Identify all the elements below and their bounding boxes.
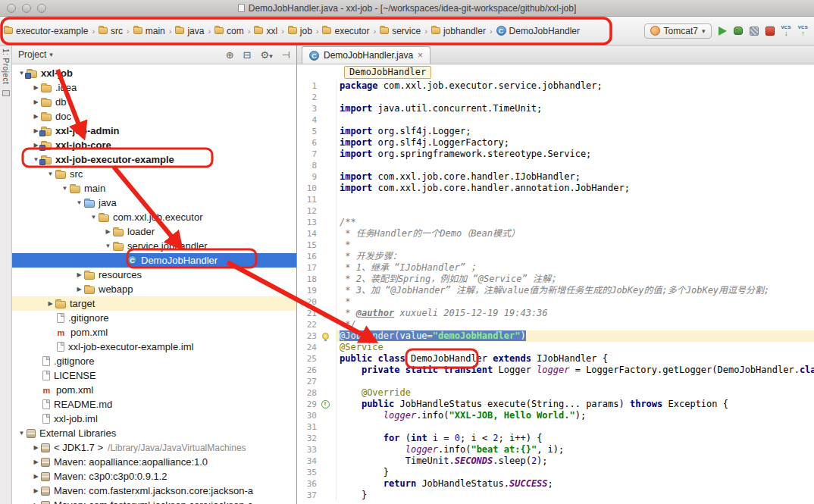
chevron-collapsed-icon[interactable]: ▶	[31, 444, 41, 451]
chevron-collapsed-icon[interactable]: ▶	[103, 228, 113, 235]
chevron-expanded-icon[interactable]: ▼	[60, 185, 70, 192]
project-view-dropdown[interactable]: Project ▾	[18, 49, 53, 60]
code-line-11[interactable]: 11	[297, 194, 814, 205]
code-line-28[interactable]: 28 @Override	[297, 387, 814, 399]
chevron-collapsed-icon[interactable]: ▶	[31, 459, 41, 465]
tree-item-gitignore[interactable]: .gitignore	[12, 311, 296, 325]
tree-item-external-libraries[interactable]: ▼External Libraries	[12, 426, 296, 440]
intention-bulb-icon[interactable]	[322, 333, 329, 340]
project-tool-window-button[interactable]: 1: Project	[2, 49, 10, 84]
code-line-35[interactable]: 35 }	[297, 467, 814, 478]
highlighted-symbol-chip[interactable]: DemoJobHandler	[344, 66, 431, 79]
tree-item-doc[interactable]: ▶doc	[12, 109, 296, 124]
code-line-10[interactable]: 10import com.xxl.job.core.handler.annota…	[297, 183, 814, 194]
tree-item-readme-md[interactable]: README.md	[12, 397, 296, 412]
code-line-19[interactable]: 19 * 3、加 “@JobHander” 注解，注解value值为新增任务生成…	[297, 285, 814, 296]
tree-item-java[interactable]: ▼java	[12, 196, 296, 210]
code-line-37[interactable]: 37 }	[297, 490, 814, 501]
tree-item-xxl-job-admin[interactable]: ▶xxl-job-admin	[12, 124, 296, 138]
code-line-27[interactable]: 27	[297, 376, 814, 387]
minimize-window-button[interactable]	[22, 4, 31, 13]
tree-item-db[interactable]: ▶db	[12, 95, 296, 109]
code-line-23[interactable]: 23@JobHander(value="demoJobHandler")	[297, 330, 814, 342]
code-line-31[interactable]: 31	[297, 421, 814, 433]
chevron-expanded-icon[interactable]: ▼	[17, 430, 27, 437]
code-line-9[interactable]: 9import com.xxl.job.core.handler.IJobHan…	[297, 171, 814, 183]
tree-item-maven-com-fasterxml-jackson-core-jackson-c[interactable]: ▶Maven: com.fasterxml.jackson.core:jacks…	[12, 498, 296, 504]
chevron-collapsed-icon[interactable]: ▶	[31, 487, 41, 494]
code-line-25[interactable]: 25public class DemoJobHandler extends IJ…	[297, 353, 814, 365]
code-line-33[interactable]: 33 logger.info("beat at:{}", i);	[297, 444, 814, 455]
tree-item-xxl-job-executor-example-iml[interactable]: xxl-job-executor-example.iml	[12, 340, 296, 354]
breadcrumb-item-src[interactable]: src	[96, 24, 125, 38]
tree-item-pom-xml[interactable]: mpom.xml	[12, 325, 296, 340]
vcs-update-button[interactable]: VCS ↓	[781, 25, 791, 37]
breadcrumb-item-jobhandler[interactable]: jobhandler	[429, 24, 488, 38]
chevron-expanded-icon[interactable]: ▼	[89, 214, 99, 221]
code-line-2[interactable]: 2	[297, 92, 814, 103]
code-line-18[interactable]: 18 * 2、装配到Spring，例如加 “@Service” 注解；	[297, 274, 814, 285]
breadcrumb-item-service[interactable]: service	[377, 24, 423, 38]
code-line-16[interactable]: 16 * 开发步骤：	[297, 251, 814, 262]
override-marker-icon[interactable]: ↑	[321, 400, 330, 409]
code-line-3[interactable]: 3import java.util.concurrent.TimeUnit;	[297, 103, 814, 114]
code-line-29[interactable]: 29↑ public JobHandleStatus execute(Strin…	[297, 399, 814, 410]
code-line-30[interactable]: 30 logger.info("XXL-JOB, Hello World.");	[297, 410, 814, 421]
breadcrumb-item-executor-example[interactable]: executor-example	[2, 24, 90, 38]
close-window-button[interactable]	[7, 4, 16, 13]
tree-item-xxl-job-iml[interactable]: xxl-job.iml	[12, 412, 296, 426]
tree-item-service-jobhandler[interactable]: ▼service.jobhandler	[12, 239, 296, 253]
tree-item-src[interactable]: ▼src	[12, 167, 296, 181]
tree-item-xxl-job-executor-example[interactable]: ▼xxl-job-executor-example	[12, 152, 296, 167]
run-button[interactable]	[719, 27, 727, 36]
tree-item-demojobhandler[interactable]: CDemoJobHandler	[12, 253, 296, 268]
code-line-24[interactable]: 24@Service	[297, 342, 814, 353]
tree-item-main[interactable]: ▼main	[12, 181, 296, 196]
coverage-button[interactable]	[750, 27, 759, 36]
tree-item-xxl-job[interactable]: ▼xxl-job	[12, 66, 296, 80]
code-line-13[interactable]: 13/**	[297, 217, 814, 228]
code-line-20[interactable]: 20 *	[297, 296, 814, 308]
breadcrumb-item-demojobhandler[interactable]: CDemoJobHandler	[494, 24, 582, 38]
breadcrumb-item-job[interactable]: job	[286, 24, 315, 38]
breadcrumb-item-com[interactable]: com	[212, 24, 246, 38]
tree-item-com-xxl-job-executor[interactable]: ▼com.xxl.job.executor	[12, 210, 296, 224]
chevron-collapsed-icon[interactable]: ▶	[31, 84, 41, 91]
chevron-collapsed-icon[interactable]: ▶	[31, 99, 41, 105]
tree-item-gitignore[interactable]: .gitignore	[12, 354, 296, 368]
chevron-expanded-icon[interactable]: ▼	[45, 171, 55, 177]
chevron-expanded-icon[interactable]: ▼	[103, 243, 113, 249]
tree-item-loader[interactable]: ▶loader	[12, 224, 296, 239]
chevron-collapsed-icon[interactable]: ▶	[74, 286, 84, 293]
locate-icon[interactable]: ⊕	[226, 49, 234, 61]
tree-item-pom-xml[interactable]: mpom.xml	[12, 383, 296, 397]
code-line-12[interactable]: 12	[297, 205, 814, 217]
tree-item-maven-c3p0-c3p0-0-9-1-2[interactable]: ▶Maven: c3p0:c3p0:0.9.1.2	[12, 469, 296, 484]
code-line-8[interactable]: 8	[297, 160, 814, 171]
tree-item-target[interactable]: ▶target	[12, 296, 296, 311]
gear-icon[interactable]: ⚙▾	[260, 49, 272, 61]
code-line-5[interactable]: 5import org.slf4j.Logger;	[297, 126, 814, 137]
code-line-6[interactable]: 6import org.slf4j.LoggerFactory;	[297, 137, 814, 149]
code-line-1[interactable]: 1package com.xxl.job.executor.service.jo…	[297, 80, 814, 92]
collapse-all-icon[interactable]: ⊟	[243, 49, 252, 61]
code-line-14[interactable]: 14 * 任务Handler的一个Demo（Bean模式）	[297, 228, 814, 239]
code-line-22[interactable]: 22 */	[297, 319, 814, 330]
editor-tab[interactable]: C DemoJobHandler.java ×	[302, 46, 430, 64]
code-line-36[interactable]: 36 return JobHandleStatus.SUCCESS;	[297, 478, 814, 490]
run-configuration-chooser[interactable]: Tomcat7 ▾	[644, 23, 712, 39]
code-line-15[interactable]: 15 *	[297, 239, 814, 251]
tree-item-idea[interactable]: ▶.idea	[12, 80, 296, 95]
vcs-commit-button[interactable]: VCS ↑	[798, 25, 808, 37]
chevron-collapsed-icon[interactable]: ▶	[31, 113, 41, 120]
code-line-4[interactable]: 4	[297, 114, 814, 126]
zoom-window-button[interactable]	[37, 4, 46, 13]
chevron-expanded-icon[interactable]: ▼	[74, 199, 84, 206]
code-line-26[interactable]: 26 private static transient Logger logge…	[297, 365, 814, 376]
code-line-17[interactable]: 17 * 1、继承 “IJobHandler” ；	[297, 262, 814, 274]
breadcrumb-item-xxl[interactable]: xxl	[252, 24, 280, 38]
code-line-21[interactable]: 21 * @author xuxueli 2015-12-19 19:43:36	[297, 308, 814, 319]
chevron-collapsed-icon[interactable]: ▶	[74, 271, 84, 278]
tool-window-icon[interactable]	[2, 90, 10, 96]
stop-button[interactable]	[765, 27, 775, 36]
